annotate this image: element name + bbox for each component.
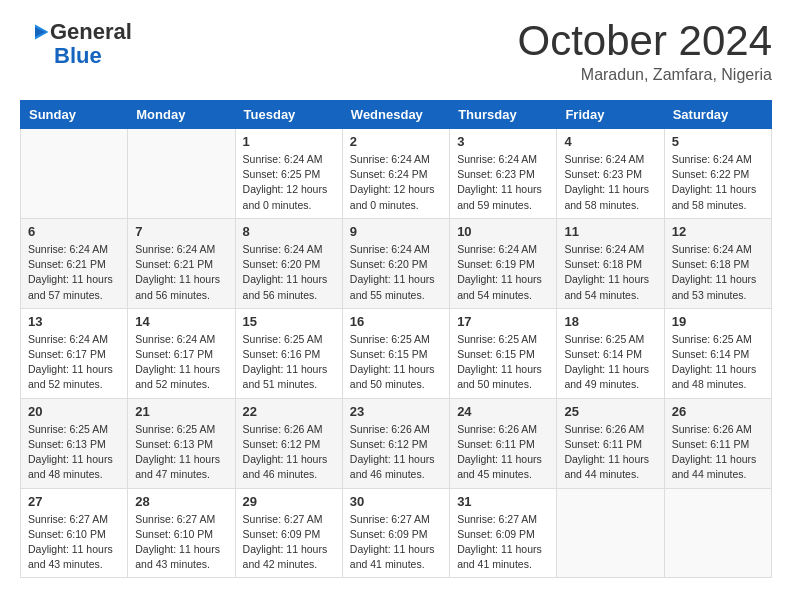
day-number: 4 <box>564 134 656 149</box>
calendar-week-row: 13Sunrise: 6:24 AMSunset: 6:17 PMDayligh… <box>21 308 772 398</box>
day-info: Sunrise: 6:24 AMSunset: 6:25 PMDaylight:… <box>243 152 335 213</box>
day-info: Sunrise: 6:26 AMSunset: 6:11 PMDaylight:… <box>564 422 656 483</box>
calendar-cell: 29Sunrise: 6:27 AMSunset: 6:09 PMDayligh… <box>235 488 342 578</box>
calendar-cell: 1Sunrise: 6:24 AMSunset: 6:25 PMDaylight… <box>235 129 342 219</box>
day-number: 14 <box>135 314 227 329</box>
day-info: Sunrise: 6:24 AMSunset: 6:20 PMDaylight:… <box>243 242 335 303</box>
day-info: Sunrise: 6:24 AMSunset: 6:19 PMDaylight:… <box>457 242 549 303</box>
column-header-friday: Friday <box>557 101 664 129</box>
day-info: Sunrise: 6:24 AMSunset: 6:20 PMDaylight:… <box>350 242 442 303</box>
calendar-cell: 4Sunrise: 6:24 AMSunset: 6:23 PMDaylight… <box>557 129 664 219</box>
calendar-cell: 7Sunrise: 6:24 AMSunset: 6:21 PMDaylight… <box>128 218 235 308</box>
calendar-cell: 26Sunrise: 6:26 AMSunset: 6:11 PMDayligh… <box>664 398 771 488</box>
day-number: 1 <box>243 134 335 149</box>
day-info: Sunrise: 6:25 AMSunset: 6:16 PMDaylight:… <box>243 332 335 393</box>
day-number: 27 <box>28 494 120 509</box>
day-number: 17 <box>457 314 549 329</box>
day-number: 28 <box>135 494 227 509</box>
calendar-cell: 23Sunrise: 6:26 AMSunset: 6:12 PMDayligh… <box>342 398 449 488</box>
day-number: 18 <box>564 314 656 329</box>
calendar-cell: 18Sunrise: 6:25 AMSunset: 6:14 PMDayligh… <box>557 308 664 398</box>
calendar-week-row: 27Sunrise: 6:27 AMSunset: 6:10 PMDayligh… <box>21 488 772 578</box>
day-number: 25 <box>564 404 656 419</box>
day-number: 6 <box>28 224 120 239</box>
calendar-cell: 5Sunrise: 6:24 AMSunset: 6:22 PMDaylight… <box>664 129 771 219</box>
calendar-cell: 13Sunrise: 6:24 AMSunset: 6:17 PMDayligh… <box>21 308 128 398</box>
calendar-cell: 28Sunrise: 6:27 AMSunset: 6:10 PMDayligh… <box>128 488 235 578</box>
title-block: October 2024 Maradun, Zamfara, Nigeria <box>517 20 772 84</box>
day-info: Sunrise: 6:27 AMSunset: 6:09 PMDaylight:… <box>243 512 335 573</box>
day-number: 30 <box>350 494 442 509</box>
calendar-cell: 24Sunrise: 6:26 AMSunset: 6:11 PMDayligh… <box>450 398 557 488</box>
calendar-week-row: 20Sunrise: 6:25 AMSunset: 6:13 PMDayligh… <box>21 398 772 488</box>
column-header-sunday: Sunday <box>21 101 128 129</box>
logo-icon <box>20 23 50 41</box>
calendar-cell: 19Sunrise: 6:25 AMSunset: 6:14 PMDayligh… <box>664 308 771 398</box>
day-info: Sunrise: 6:24 AMSunset: 6:23 PMDaylight:… <box>564 152 656 213</box>
day-info: Sunrise: 6:24 AMSunset: 6:18 PMDaylight:… <box>672 242 764 303</box>
day-number: 9 <box>350 224 442 239</box>
calendar-cell: 25Sunrise: 6:26 AMSunset: 6:11 PMDayligh… <box>557 398 664 488</box>
day-number: 3 <box>457 134 549 149</box>
calendar-cell: 17Sunrise: 6:25 AMSunset: 6:15 PMDayligh… <box>450 308 557 398</box>
calendar-cell <box>128 129 235 219</box>
calendar-cell: 2Sunrise: 6:24 AMSunset: 6:24 PMDaylight… <box>342 129 449 219</box>
column-header-tuesday: Tuesday <box>235 101 342 129</box>
day-number: 5 <box>672 134 764 149</box>
day-number: 2 <box>350 134 442 149</box>
day-number: 10 <box>457 224 549 239</box>
calendar-cell <box>664 488 771 578</box>
column-header-saturday: Saturday <box>664 101 771 129</box>
day-number: 20 <box>28 404 120 419</box>
calendar-cell: 16Sunrise: 6:25 AMSunset: 6:15 PMDayligh… <box>342 308 449 398</box>
day-info: Sunrise: 6:24 AMSunset: 6:17 PMDaylight:… <box>135 332 227 393</box>
logo: General Blue <box>20 20 132 68</box>
day-info: Sunrise: 6:24 AMSunset: 6:21 PMDaylight:… <box>135 242 227 303</box>
month-title: October 2024 <box>517 20 772 62</box>
day-number: 22 <box>243 404 335 419</box>
day-number: 16 <box>350 314 442 329</box>
calendar-header-row: SundayMondayTuesdayWednesdayThursdayFrid… <box>21 101 772 129</box>
calendar-table: SundayMondayTuesdayWednesdayThursdayFrid… <box>20 100 772 578</box>
day-info: Sunrise: 6:24 AMSunset: 6:24 PMDaylight:… <box>350 152 442 213</box>
day-info: Sunrise: 6:25 AMSunset: 6:14 PMDaylight:… <box>564 332 656 393</box>
day-number: 24 <box>457 404 549 419</box>
day-number: 26 <box>672 404 764 419</box>
calendar-cell: 27Sunrise: 6:27 AMSunset: 6:10 PMDayligh… <box>21 488 128 578</box>
column-header-monday: Monday <box>128 101 235 129</box>
day-number: 12 <box>672 224 764 239</box>
day-info: Sunrise: 6:27 AMSunset: 6:09 PMDaylight:… <box>350 512 442 573</box>
calendar-cell: 31Sunrise: 6:27 AMSunset: 6:09 PMDayligh… <box>450 488 557 578</box>
day-number: 15 <box>243 314 335 329</box>
day-info: Sunrise: 6:24 AMSunset: 6:22 PMDaylight:… <box>672 152 764 213</box>
day-info: Sunrise: 6:24 AMSunset: 6:21 PMDaylight:… <box>28 242 120 303</box>
day-info: Sunrise: 6:26 AMSunset: 6:11 PMDaylight:… <box>457 422 549 483</box>
calendar-cell: 3Sunrise: 6:24 AMSunset: 6:23 PMDaylight… <box>450 129 557 219</box>
calendar-cell: 11Sunrise: 6:24 AMSunset: 6:18 PMDayligh… <box>557 218 664 308</box>
calendar-cell: 14Sunrise: 6:24 AMSunset: 6:17 PMDayligh… <box>128 308 235 398</box>
calendar-cell: 21Sunrise: 6:25 AMSunset: 6:13 PMDayligh… <box>128 398 235 488</box>
calendar-cell: 9Sunrise: 6:24 AMSunset: 6:20 PMDaylight… <box>342 218 449 308</box>
calendar-cell: 10Sunrise: 6:24 AMSunset: 6:19 PMDayligh… <box>450 218 557 308</box>
logo-text-line1: General <box>50 20 132 44</box>
location-subtitle: Maradun, Zamfara, Nigeria <box>517 66 772 84</box>
day-info: Sunrise: 6:24 AMSunset: 6:23 PMDaylight:… <box>457 152 549 213</box>
day-info: Sunrise: 6:26 AMSunset: 6:11 PMDaylight:… <box>672 422 764 483</box>
calendar-cell: 15Sunrise: 6:25 AMSunset: 6:16 PMDayligh… <box>235 308 342 398</box>
calendar-cell: 20Sunrise: 6:25 AMSunset: 6:13 PMDayligh… <box>21 398 128 488</box>
calendar-week-row: 6Sunrise: 6:24 AMSunset: 6:21 PMDaylight… <box>21 218 772 308</box>
day-info: Sunrise: 6:24 AMSunset: 6:18 PMDaylight:… <box>564 242 656 303</box>
day-info: Sunrise: 6:24 AMSunset: 6:17 PMDaylight:… <box>28 332 120 393</box>
day-info: Sunrise: 6:25 AMSunset: 6:15 PMDaylight:… <box>457 332 549 393</box>
column-header-wednesday: Wednesday <box>342 101 449 129</box>
calendar-cell: 12Sunrise: 6:24 AMSunset: 6:18 PMDayligh… <box>664 218 771 308</box>
calendar-week-row: 1Sunrise: 6:24 AMSunset: 6:25 PMDaylight… <box>21 129 772 219</box>
day-number: 23 <box>350 404 442 419</box>
calendar-cell <box>21 129 128 219</box>
day-number: 29 <box>243 494 335 509</box>
day-number: 11 <box>564 224 656 239</box>
column-header-thursday: Thursday <box>450 101 557 129</box>
day-info: Sunrise: 6:25 AMSunset: 6:14 PMDaylight:… <box>672 332 764 393</box>
calendar-cell: 8Sunrise: 6:24 AMSunset: 6:20 PMDaylight… <box>235 218 342 308</box>
logo-text-line2: Blue <box>54 44 102 68</box>
